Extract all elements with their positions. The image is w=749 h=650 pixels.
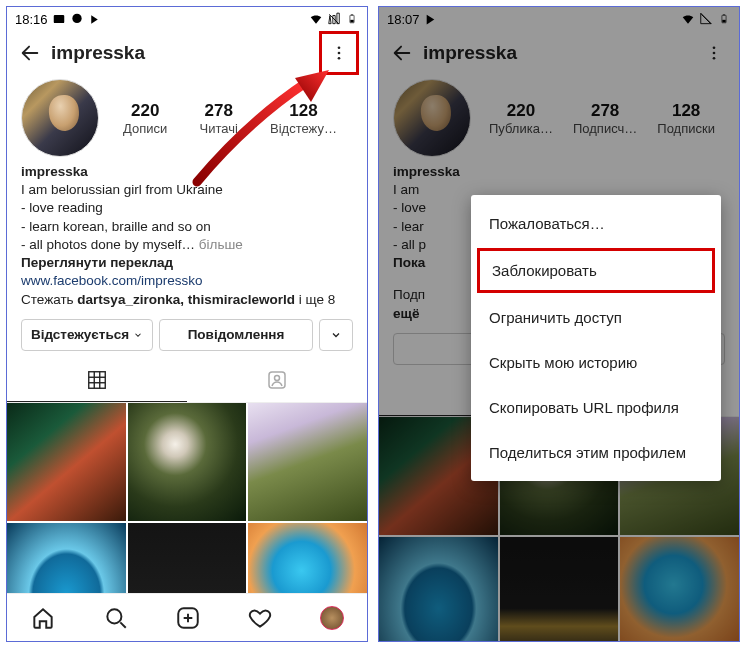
svg-point-8	[338, 57, 341, 60]
profile-bio: impresska I am belorussian girl from Ukr…	[7, 157, 367, 309]
header-username: impresska	[51, 42, 145, 64]
bio-line: - learn korean, braille and so on	[21, 218, 353, 236]
status-bar: 18:16	[7, 7, 367, 31]
nav-home[interactable]	[30, 605, 56, 631]
photo-cell[interactable]	[7, 403, 126, 522]
home-icon	[30, 605, 56, 631]
svg-point-26	[713, 52, 716, 55]
stat-posts[interactable]: 220 Публика…	[489, 101, 553, 136]
svg-rect-4	[351, 14, 353, 15]
status-time: 18:07	[387, 12, 420, 27]
nav-add[interactable]	[175, 605, 201, 631]
bio-line: I am belorussian girl from Ukraine	[21, 181, 353, 199]
battery-icon	[717, 12, 731, 26]
profile-tabs	[7, 359, 367, 403]
status-bar: 18:07	[379, 7, 739, 31]
add-icon	[175, 605, 201, 631]
profile-header: impresska	[7, 31, 367, 75]
image-icon	[52, 12, 66, 26]
bio-line: - love reading	[21, 199, 353, 217]
chevron-down-icon	[133, 330, 143, 340]
status-time: 18:16	[15, 12, 48, 27]
svg-line-17	[120, 622, 125, 627]
svg-point-6	[338, 46, 341, 49]
tagged-icon	[265, 368, 289, 392]
bottom-nav	[7, 593, 367, 641]
battery-icon	[345, 12, 359, 26]
photo-cell[interactable]	[128, 403, 247, 522]
suggestions-button[interactable]	[319, 319, 353, 351]
svg-point-1	[72, 14, 81, 23]
svg-point-27	[713, 57, 716, 60]
menu-restrict[interactable]: Ограничить доступ	[471, 295, 721, 340]
wifi-icon	[681, 12, 695, 26]
nav-activity[interactable]	[247, 605, 273, 631]
highlight-box-dots	[319, 31, 359, 75]
nav-profile[interactable]	[320, 606, 344, 630]
stat-posts[interactable]: 220 Дописи	[123, 101, 167, 136]
svg-point-16	[107, 609, 121, 623]
svg-rect-5	[350, 20, 353, 23]
photo-cell[interactable]	[500, 537, 619, 641]
message-button[interactable]: Повідомлення	[159, 319, 313, 351]
more-options-button[interactable]	[322, 36, 356, 70]
back-button[interactable]	[13, 36, 47, 70]
photo-cell[interactable]	[128, 523, 247, 593]
svg-line-21	[701, 14, 710, 23]
svg-point-25	[713, 46, 716, 49]
photo-cell[interactable]	[620, 537, 739, 641]
svg-rect-24	[722, 20, 725, 23]
search-icon	[103, 605, 129, 631]
profile-avatar[interactable]	[21, 79, 99, 157]
followed-by[interactable]: Стежать dartsya_zironka, thismiracleworl…	[21, 291, 353, 309]
menu-share-profile[interactable]: Поделиться этим профилем	[471, 430, 721, 475]
translate-link[interactable]: Переглянути переклад	[21, 254, 353, 272]
phone-left: 18:16 impresska 220 До	[6, 6, 368, 642]
nav-search[interactable]	[103, 605, 129, 631]
bio-username: impresska	[393, 163, 725, 181]
photo-cell[interactable]	[7, 523, 126, 593]
profile-content: 220 Дописи 278 Читачі 128 Відстежу… impr…	[7, 75, 367, 593]
more-link[interactable]: більше	[199, 237, 243, 252]
photo-cell[interactable]	[248, 523, 367, 593]
play-store-icon	[424, 12, 438, 26]
svg-rect-23	[723, 14, 725, 15]
svg-point-15	[275, 376, 280, 381]
following-button[interactable]: Відстежується	[21, 319, 153, 351]
profile-avatar[interactable]	[393, 79, 471, 157]
signal-icon	[699, 12, 713, 26]
more-options-button[interactable]	[697, 36, 731, 70]
bio-line: - all photos done by myself… більше	[21, 236, 353, 254]
stat-followers[interactable]: 278 Подписч…	[573, 101, 637, 136]
phone-right: 18:07 impresska 220 Публика…	[378, 6, 740, 642]
photo-cell[interactable]	[379, 537, 498, 641]
heart-icon	[247, 605, 273, 631]
signal-icon	[327, 12, 341, 26]
profile-header: impresska	[379, 31, 739, 75]
chevron-down-icon	[330, 329, 342, 341]
menu-report[interactable]: Пожаловаться…	[471, 201, 721, 246]
header-username: impresska	[423, 42, 517, 64]
options-menu: Пожаловаться… Заблокировать Ограничить д…	[471, 195, 721, 481]
svg-point-7	[338, 52, 341, 55]
stat-following[interactable]: 128 Відстежу…	[270, 101, 337, 136]
bio-username: impresska	[21, 163, 353, 181]
svg-rect-0	[53, 15, 64, 23]
stat-followers[interactable]: 278 Читачі	[200, 101, 238, 136]
messenger-icon	[70, 12, 84, 26]
notification-icon	[88, 12, 102, 26]
menu-hide-story[interactable]: Скрыть мою историю	[471, 340, 721, 385]
menu-copy-url[interactable]: Скопировать URL профиля	[471, 385, 721, 430]
grid-icon	[86, 369, 108, 391]
tab-tagged[interactable]	[187, 359, 367, 402]
wifi-icon	[309, 12, 323, 26]
photo-cell[interactable]	[248, 403, 367, 522]
back-button[interactable]	[385, 36, 419, 70]
tab-grid[interactable]	[7, 359, 187, 402]
menu-block[interactable]: Заблокировать	[477, 248, 715, 293]
stat-following[interactable]: 128 Подписки	[657, 101, 715, 136]
svg-rect-9	[89, 372, 106, 389]
bio-link[interactable]: www.facebook.com/impressko	[21, 272, 353, 290]
photo-grid	[7, 403, 367, 593]
